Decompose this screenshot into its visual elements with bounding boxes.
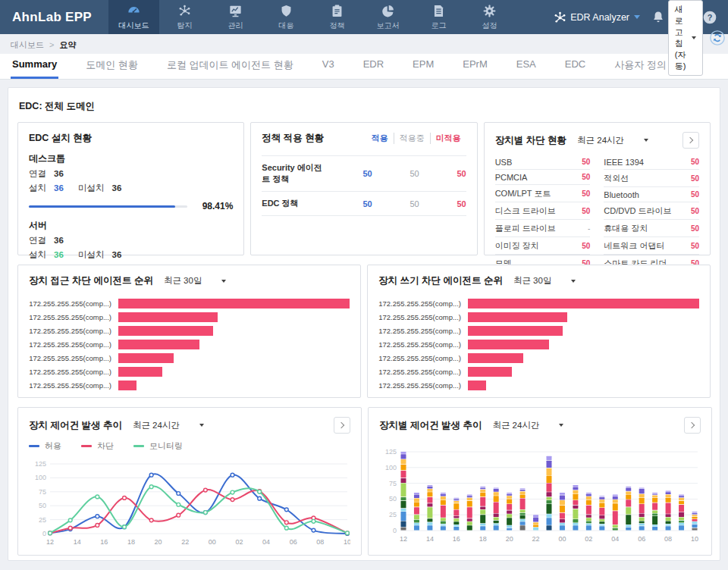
policy-value: 50 [419, 169, 466, 178]
card-title: 장치별 차단 현황 [495, 134, 566, 147]
rank-bar-track [468, 381, 699, 390]
device-row: COM/LPT 포트50 [495, 185, 591, 202]
agent-label: 172.255.255.255(comp...) [378, 327, 468, 335]
rank-row: 172.255.255.255(comp...) [378, 378, 699, 392]
rank-bar [118, 367, 162, 377]
molecule-icon [553, 11, 566, 23]
rank-bar [118, 299, 350, 308]
agent-label: 172.255.255.255(comp...) [378, 299, 468, 308]
nav-item-manage[interactable]: 관리 [210, 0, 261, 34]
svg-text:75: 75 [39, 488, 46, 496]
nav-item-label: 설정 [482, 20, 497, 31]
agent-label: 172.255.255.255(comp...) [29, 381, 118, 390]
tab-6[interactable]: EPrM [461, 52, 489, 79]
svg-text:04: 04 [611, 535, 619, 543]
svg-text:22: 22 [532, 535, 540, 543]
product-switcher[interactable]: EDR Analyzer [553, 11, 640, 23]
card-title: 장치 접근 차단 에이전트 순위 [29, 274, 153, 287]
bell-icon[interactable] [651, 10, 666, 25]
refresh-icon[interactable] [709, 30, 726, 46]
svg-text:12: 12 [46, 538, 54, 546]
card-title: 장치 제어건 발생 추이 [29, 419, 122, 432]
svg-text:0: 0 [393, 527, 397, 534]
refresh-mode-dropdown[interactable]: 새로고침(자동) [668, 0, 703, 76]
legend-label: 허용 [45, 440, 61, 452]
period-dropdown[interactable]: 최근 24시간 [133, 420, 204, 431]
svg-text:00: 00 [209, 538, 216, 546]
rank-bar [468, 299, 699, 308]
svg-text:06: 06 [290, 538, 297, 546]
uninstall-label: 미설치 [78, 183, 105, 193]
edc-install-card: EDC 설치 현황 데스크톱 연결36 설치36 미설치36 98.41% [17, 122, 244, 255]
log-icon [431, 4, 446, 18]
device-value: 50 [582, 242, 590, 250]
tab-1[interactable]: 도메인 현황 [84, 52, 140, 79]
policy-apply-card: 정책 적용 현황 적용 적용중 미적용 Security 에이전트 정책5050… [250, 122, 477, 255]
tab-0[interactable]: Summary [11, 52, 58, 79]
nav-item-settings[interactable]: 설정 [464, 0, 515, 34]
period-dropdown[interactable]: 최근 30일 [164, 275, 227, 287]
tab-5[interactable]: EPM [411, 52, 435, 79]
legend-color-dash [133, 445, 144, 447]
rank-bar-track [468, 367, 699, 377]
svg-text:16: 16 [100, 538, 108, 546]
group-name: 데스크톱 [29, 152, 233, 165]
nav-item-detect[interactable]: 탐지 [159, 0, 210, 34]
policy-value: 50 [325, 199, 372, 208]
caret-down-icon [644, 139, 648, 142]
legend-label: 모니터링 [149, 440, 183, 452]
svg-text:14: 14 [74, 538, 81, 546]
device-name: 적외선 [604, 173, 691, 184]
card-detail-button[interactable] [682, 132, 699, 149]
agent-label: 172.255.255.255(comp...) [29, 313, 118, 321]
nav-item-log[interactable]: 로그 [413, 0, 464, 34]
rank-row: 172.255.255.255(comp...) [29, 378, 350, 392]
device-value: 50 [582, 207, 590, 215]
legend-label: 차단 [97, 440, 114, 452]
policy-icon [330, 4, 344, 18]
device-trend-card: 장치별 제어건 발생 추이 최근 24시간 025507510012512141… [368, 407, 712, 556]
app-logo: AhnLab EPP [0, 0, 108, 34]
card-detail-button[interactable] [684, 417, 701, 434]
card-title: 장치 쓰기 차단 에이전트 순위 [378, 274, 503, 287]
tab-3[interactable]: V3 [321, 52, 336, 79]
device-block-card: 장치별 차단 현황 최근 24시간 USB50PCMCIA50COM/LPT 포… [484, 122, 711, 255]
detect-icon [177, 4, 192, 18]
period-dropdown[interactable]: 최근 24시간 [492, 420, 563, 431]
tab-8[interactable]: EDC [563, 52, 587, 79]
rank-bar-track [118, 340, 350, 349]
rank-bar-track [118, 326, 350, 336]
main-nav: 대시보드탐지관리대응정책보고서로그설정 [108, 0, 515, 34]
nav-item-policy[interactable]: 정책 [312, 0, 362, 34]
tab-9[interactable]: 사용자 정의 [613, 52, 668, 79]
nav-item-report[interactable]: 보고서 [362, 0, 413, 34]
device-row: 네트워크 어댑터50 [604, 237, 699, 255]
legend-not-applied: 미적용 [430, 133, 466, 144]
uninstall-value: 36 [112, 250, 122, 259]
device-name: PCMCIA [495, 173, 582, 182]
nav-item-respond[interactable]: 대응 [261, 0, 312, 34]
tab-7[interactable]: ESA [515, 52, 538, 79]
card-detail-button[interactable] [334, 417, 350, 434]
agent-label: 172.255.255.255(comp...) [378, 340, 468, 349]
period-dropdown[interactable]: 최근 24시간 [577, 135, 648, 146]
rank-row: 172.255.255.255(comp...) [29, 296, 350, 310]
svg-text:02: 02 [585, 535, 592, 543]
svg-text:50: 50 [39, 502, 46, 509]
stacked-bar-chart-svg: 0255075100125121416182022000204060810 [379, 437, 701, 550]
install-label: 설치 [29, 250, 46, 259]
tab-2[interactable]: 로컬 업데이트 에이전트 현황 [165, 52, 295, 79]
device-value: 50 [691, 158, 699, 166]
nav-item-dashboard[interactable]: 대시보드 [108, 0, 159, 34]
breadcrumb-root[interactable]: 대시보드 [11, 40, 44, 49]
rank-bar [118, 381, 136, 390]
svg-text:12: 12 [400, 535, 407, 543]
tab-4[interactable]: EDR [362, 52, 385, 79]
rank-bar-chart: 172.255.255.255(comp...)172.255.255.255(… [378, 296, 699, 392]
period-dropdown[interactable]: 최근 30일 [513, 275, 576, 287]
caret-down-icon [571, 280, 576, 283]
rank-bar-track [468, 340, 699, 349]
device-value: 50 [691, 190, 699, 199]
device-row: 플로피 드라이브- [495, 220, 591, 237]
uninstall-value: 36 [112, 183, 122, 193]
